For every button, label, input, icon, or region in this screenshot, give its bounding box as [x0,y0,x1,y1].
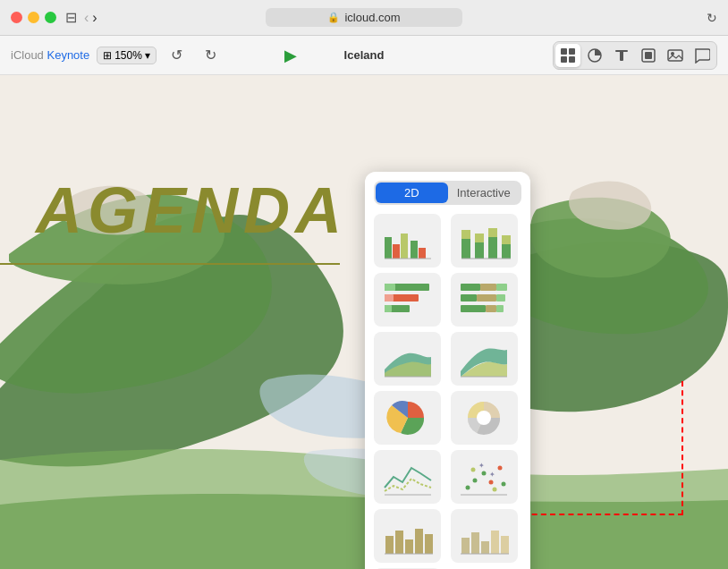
chart-type-horizontal-stacked[interactable] [451,273,518,327]
chart-type-combo[interactable] [451,509,518,563]
slide-area: AGENDA 2D Interactive [0,75,728,569]
svg-rect-30 [385,284,395,291]
svg-rect-36 [461,294,477,301]
svg-rect-16 [419,248,426,259]
minimize-button[interactable] [28,12,39,23]
app-label: iCloud Keynote [11,48,89,62]
svg-point-48 [466,486,470,490]
redo-button[interactable]: ↻ [198,42,224,69]
chart-type-column-2[interactable] [374,509,441,563]
chart-type-pie[interactable] [374,391,441,445]
toolbar-left: iCloud Keynote ⊞ 150% ▾ ↺ ↻ [11,42,224,69]
svg-rect-65 [461,538,470,554]
svg-rect-1 [569,48,575,55]
svg-rect-67 [481,541,489,554]
svg-rect-6 [620,50,623,61]
insert-toolbar-group [553,41,717,70]
chart-icon [587,47,603,64]
slide-title: AGENDA [36,174,347,247]
media-icon [667,47,683,64]
svg-point-51 [489,480,494,485]
chart-tab-group: 2D Interactive [374,181,521,205]
svg-point-49 [473,479,478,483]
sidebar-toggle-icon[interactable]: ⊟ [65,9,77,26]
svg-point-53 [471,468,476,472]
chart-type-line[interactable] [374,450,441,504]
redo-icon: ↻ [205,47,216,64]
svg-rect-60 [395,531,403,554]
table-insert-button[interactable] [555,44,580,67]
svg-rect-37 [477,294,496,301]
svg-rect-31 [385,294,394,301]
svg-rect-41 [496,305,504,312]
svg-rect-20 [475,242,484,259]
shape-insert-button[interactable] [636,44,661,67]
icloud-label: iCloud [11,48,44,62]
zoom-value: 150% [114,49,142,62]
svg-rect-19 [461,230,470,239]
svg-rect-12 [385,237,392,259]
titlebar: ⊟ ‹ › 🔒 icloud.com ↻ [0,0,728,36]
svg-rect-14 [401,234,408,259]
svg-rect-13 [393,244,400,259]
undo-icon: ↺ [171,47,182,64]
svg-rect-66 [471,532,479,554]
svg-point-50 [482,471,487,476]
chart-type-scatter[interactable]: ✦ ✦ [451,450,518,504]
toolbar-right [553,41,717,70]
svg-rect-32 [385,305,392,312]
svg-rect-69 [501,536,509,554]
svg-rect-62 [415,529,423,554]
svg-text:✦: ✦ [489,471,495,479]
undo-button[interactable]: ↺ [164,42,190,69]
doc-title: Iceland [344,48,385,62]
svg-rect-9 [668,50,682,61]
back-arrow-icon[interactable]: ‹ [84,10,89,26]
chart-type-area[interactable] [374,332,441,386]
play-button[interactable]: ▶ [284,46,297,65]
svg-rect-40 [486,305,496,312]
svg-point-52 [498,466,503,471]
tab-interactive[interactable]: Interactive [448,183,521,203]
chart-type-horizontal-bar[interactable] [374,273,441,327]
address-bar[interactable]: 🔒 icloud.com [266,8,462,27]
tab-2d[interactable]: 2D [376,183,448,203]
play-icon: ▶ [284,47,297,64]
chart-type-donut[interactable] [451,391,518,445]
text-icon [614,47,630,64]
toolbar: iCloud Keynote ⊞ 150% ▾ ↺ ↻ Iceland ▶ [0,36,728,75]
close-button[interactable] [11,12,22,23]
svg-rect-8 [645,52,652,59]
refresh-icon[interactable]: ↻ [707,11,717,25]
svg-rect-25 [502,235,511,244]
svg-rect-2 [561,56,567,63]
chart-type-grouped-bar[interactable] [374,214,441,268]
text-insert-button[interactable] [609,44,634,67]
selection-border [504,381,683,515]
table-icon [560,47,576,64]
forward-arrow-icon[interactable]: › [92,10,97,26]
svg-rect-63 [425,534,433,554]
shape-icon [640,47,656,64]
chart-type-stacked-area[interactable] [451,332,518,386]
app-name-link[interactable]: Keynote [47,48,89,62]
svg-rect-21 [475,234,484,242]
media-insert-button[interactable] [663,44,688,67]
svg-rect-34 [480,284,496,291]
svg-point-55 [502,482,506,487]
maximize-button[interactable] [45,12,56,23]
chart-type-stacked-bar[interactable] [451,214,518,268]
svg-rect-68 [491,531,499,554]
svg-rect-33 [461,284,480,291]
comment-button[interactable] [690,44,715,67]
zoom-chevron-icon: ▾ [145,49,150,62]
svg-rect-15 [411,241,418,259]
zoom-selector[interactable]: ⊞ 150% ▾ [97,47,157,64]
chart-type-popup: 2D Interactive [365,172,530,569]
comment-icon [694,47,710,64]
chart-insert-button[interactable] [582,44,607,67]
svg-rect-61 [405,539,413,554]
traffic-lights [11,12,56,23]
svg-rect-24 [502,244,511,259]
nav-arrows: ‹ › [84,10,97,26]
